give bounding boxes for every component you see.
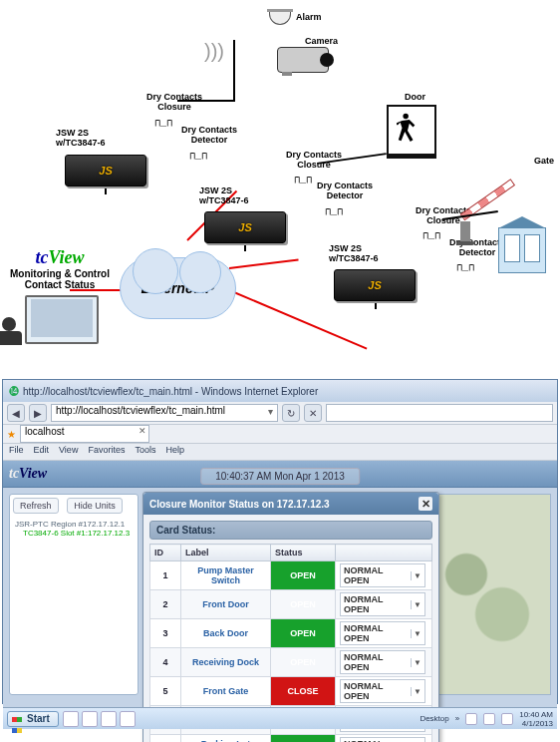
device2-detector-label: Dry ContactsDetector <box>315 181 375 200</box>
cell-normal: NORMAL OPEN▼ <box>336 677 432 706</box>
pulse-icon: ┌┐_┌┐ <box>292 172 312 183</box>
taskbar-clock[interactable]: 10:40 AM4/1/2013 <box>519 710 553 728</box>
nav-fwd-button[interactable]: ▶ <box>29 404 47 422</box>
windows-logo-icon <box>12 713 24 725</box>
door-icon <box>387 105 436 159</box>
dialog-close-button[interactable]: ✕ <box>419 497 432 511</box>
menu-edit[interactable]: Edit <box>34 445 50 459</box>
chevron-down-icon: ▼ <box>411 600 421 609</box>
ethernet-cloud: Ethernet/IP <box>120 257 236 319</box>
device2: JS <box>204 211 286 243</box>
normal-select[interactable]: NORMAL OPEN▼ <box>340 563 425 587</box>
pulse-icon: ┌┐_┌┐ <box>323 203 343 214</box>
ie-icon: ⓮ <box>9 386 19 397</box>
cell-id: 2 <box>150 590 181 619</box>
taskbar: Start Desktop » 10:40 AM4/1/2013 <box>3 707 557 729</box>
menu-favorites[interactable]: Favorites <box>88 445 125 459</box>
quicklaunch-icon[interactable] <box>120 711 136 727</box>
cell-status: OPEN <box>271 561 336 590</box>
device1-detector-label: Dry ContactsDetector <box>179 125 239 145</box>
brand-tc: tc <box>35 247 48 267</box>
nav-back-button[interactable]: ◀ <box>7 404 25 422</box>
tray-icon[interactable] <box>483 713 495 725</box>
sidebar: Refresh Hide Units JSR-PTC Region #172.1… <box>9 494 139 695</box>
start-label: Start <box>27 713 50 724</box>
favorites-star-icon[interactable]: ★ <box>7 429 16 440</box>
dialog-title: Closure Monitor Status on 172.17.12.3 <box>149 499 330 510</box>
chevron-down-icon: ▼ <box>411 658 421 667</box>
stop-button[interactable]: ✕ <box>304 404 322 422</box>
desktop-label[interactable]: Desktop <box>420 714 448 723</box>
chevron-down-icon: ▼ <box>411 687 421 696</box>
normal-select[interactable]: NORMAL OPEN▼ <box>340 737 425 742</box>
table-row: 5Front GateCLOSENORMAL OPEN▼ <box>150 677 432 706</box>
cell-status: CLOSE <box>271 677 336 706</box>
cell-status: OPEN <box>271 590 336 619</box>
device3-model: JSW 2Sw/TC3847-6 <box>329 243 379 263</box>
refresh-button[interactable]: ↻ <box>282 404 300 422</box>
addr-dropdown-icon[interactable]: ▾ <box>268 406 273 417</box>
menu-help[interactable]: Help <box>165 445 184 459</box>
browser-window: ⓮ http://localhost/tcviewflex/tc_main.ht… <box>2 379 558 704</box>
cell-id: 7 <box>150 735 181 743</box>
cell-id: 3 <box>150 619 181 648</box>
camera-conn1 <box>233 40 235 102</box>
cell-id: 1 <box>150 561 181 590</box>
table-row: 4Receiving DockOPENNORMAL OPEN▼ <box>150 648 432 677</box>
normal-select[interactable]: NORMAL OPEN▼ <box>340 592 425 616</box>
normal-select[interactable]: NORMAL OPEN▼ <box>340 621 425 645</box>
quicklaunch-icon[interactable] <box>82 711 98 727</box>
operator-person <box>2 317 16 331</box>
col-label: Label <box>181 545 271 561</box>
dialog-titlebar: Closure Monitor Status on 172.17.12.3 ✕ <box>143 493 438 515</box>
normal-select[interactable]: NORMAL OPEN▼ <box>340 650 425 674</box>
gate-boom <box>462 213 524 245</box>
alarm-dome <box>269 12 291 25</box>
col-id: ID <box>150 545 181 561</box>
brand-logo: tcView <box>10 247 110 268</box>
table-row: 1Pump Master SwitchOPENNORMAL OPEN▼ <box>150 561 432 590</box>
col-select <box>336 545 432 561</box>
cell-normal: NORMAL OPEN▼ <box>336 735 432 743</box>
cell-normal: NORMAL OPEN▼ <box>336 561 432 590</box>
tree-root[interactable]: JSR-PTC Region #172.17.12.1 <box>15 520 133 529</box>
cell-label: Front Door <box>181 590 271 619</box>
menu-view[interactable]: View <box>59 445 78 459</box>
tab-label: localhost <box>25 426 64 437</box>
start-button[interactable]: Start <box>7 711 59 727</box>
device1: JS <box>65 155 146 186</box>
sidebar-refresh-button[interactable]: Refresh <box>13 498 59 514</box>
menu-file[interactable]: File <box>9 445 24 459</box>
app-brand-view: View <box>19 466 47 481</box>
normal-select[interactable]: NORMAL OPEN▼ <box>340 679 425 703</box>
camera-icon <box>277 47 329 73</box>
device3: JS <box>334 269 416 301</box>
cell-id: 5 <box>150 677 181 706</box>
table-row: 7Parking Lot EntranceOPENNORMAL OPEN▼ <box>150 735 432 743</box>
search-bar[interactable] <box>326 404 553 422</box>
tab-close-icon[interactable]: ✕ <box>139 426 146 436</box>
cell-label: Parking Lot Entrance <box>181 735 271 743</box>
brand-sub1: Monitoring & Control <box>10 268 110 279</box>
tray-icon[interactable] <box>501 713 513 725</box>
quicklaunch-icon[interactable] <box>63 711 79 727</box>
cell-label: Back Door <box>181 619 271 648</box>
window-titlebar: ⓮ http://localhost/tcviewflex/tc_main.ht… <box>3 380 557 402</box>
col-status: Status <box>271 545 336 561</box>
cell-status: OPEN <box>271 648 336 677</box>
quicklaunch-icon[interactable] <box>101 711 117 727</box>
brand-sub2: Contact Status <box>10 279 110 290</box>
tray-icon[interactable] <box>465 713 477 725</box>
menu-tools[interactable]: Tools <box>135 445 155 459</box>
pulse-icon: ┌┐_┌┐ <box>420 227 440 238</box>
cell-normal: NORMAL OPEN▼ <box>336 590 432 619</box>
address-bar[interactable]: http://localhost/tcviewflex/tc_main.html… <box>51 404 278 422</box>
pulse-icon: ┌┐_┌┐ <box>152 115 172 126</box>
address-text: http://localhost/tcviewflex/tc_main.html <box>56 405 225 416</box>
tree-child[interactable]: TC3847-6 Slot #1:172.17.12.3 <box>23 529 133 538</box>
brand-view: View <box>48 247 84 267</box>
cell-status: OPEN <box>271 619 336 648</box>
tab[interactable]: localhost ✕ <box>20 425 149 443</box>
dialog-subtitle: Card Status: <box>149 521 432 540</box>
sidebar-hideunits-button[interactable]: Hide Units <box>67 498 123 514</box>
